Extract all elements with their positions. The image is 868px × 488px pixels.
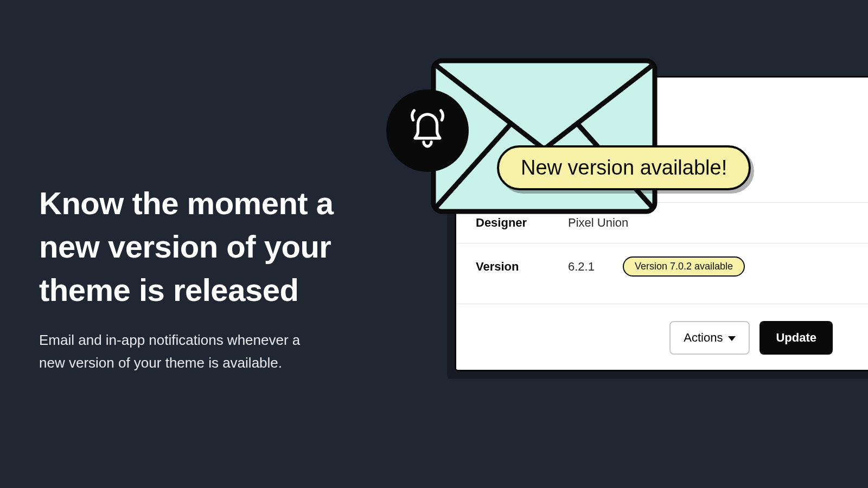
version-available-badge: Version 7.0.2 available	[623, 256, 745, 277]
caret-down-icon	[728, 336, 736, 341]
new-version-banner: New version available!	[497, 145, 751, 190]
hero-subtext: Email and in-app notifications whenever …	[39, 329, 321, 374]
bell-icon	[404, 106, 451, 156]
divider	[456, 304, 868, 304]
hero-text-block: Know the moment a new version of your th…	[39, 182, 381, 374]
actions-button-label: Actions	[684, 331, 723, 345]
notification-bell-badge	[386, 89, 469, 172]
version-row: Version 6.2.1 Version 7.0.2 available	[456, 243, 868, 290]
version-value: 6.2.1	[568, 260, 595, 274]
version-label: Version	[476, 260, 568, 274]
hero-headline: Know the moment a new version of your th…	[39, 182, 381, 312]
card-action-bar: Actions Update	[669, 321, 868, 355]
designer-label: Designer	[476, 216, 568, 230]
designer-value: Pixel Union	[568, 216, 628, 230]
actions-dropdown-button[interactable]: Actions	[669, 321, 750, 355]
update-button[interactable]: Update	[760, 321, 833, 355]
